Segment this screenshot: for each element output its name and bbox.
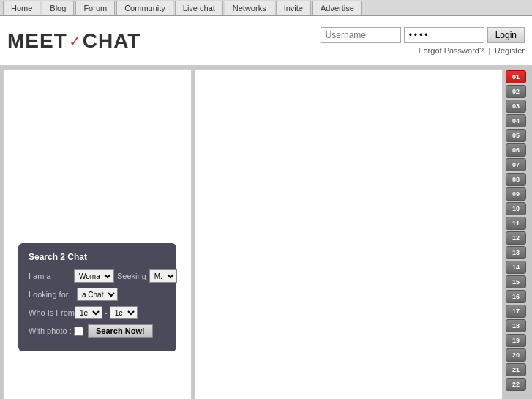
i-am-a-select[interactable]: Woma (74, 269, 114, 283)
login-area: Login Forgot Password? | Register (321, 27, 525, 55)
num-btn-18[interactable]: 18 (506, 319, 526, 332)
search-now-button[interactable]: Search Now! (88, 324, 153, 338)
nav-tab-live-chat[interactable]: Live chat (175, 1, 223, 15)
age-to-select[interactable]: 1e (110, 306, 138, 319)
logo-meet: MEET (7, 29, 67, 53)
nav-tab-advertise[interactable]: Advertise (312, 1, 362, 15)
nav-tab-invite[interactable]: Invite (276, 1, 311, 15)
with-photo-checkbox[interactable] (74, 327, 83, 336)
num-btn-12[interactable]: 12 (506, 231, 526, 245)
middle-panel (195, 69, 503, 399)
num-btn-17[interactable]: 17 (506, 305, 526, 318)
logo-area: MEET ✓ CHAT (7, 29, 141, 53)
with-photo-row: With photo : Search Now! (29, 324, 166, 338)
num-btn-07[interactable]: 07 (506, 158, 526, 171)
nav-tab-community[interactable]: Community (116, 1, 173, 15)
num-btn-19[interactable]: 19 (506, 334, 526, 347)
num-btn-01[interactable]: 01 (506, 70, 526, 83)
num-btn-09[interactable]: 09 (506, 187, 526, 201)
login-row: Login (321, 27, 525, 43)
search-title: Search 2 Chat (29, 252, 166, 262)
num-btn-14[interactable]: 14 (506, 261, 526, 274)
nav-tab-networks[interactable]: Networks (225, 1, 274, 15)
with-photo-label: With photo : (29, 327, 74, 335)
forgot-password-link[interactable]: Forgot Password? (419, 46, 484, 55)
num-btn-22[interactable]: 22 (506, 378, 526, 391)
right-panel: 0102030405060708091011121314151617181920… (506, 69, 529, 399)
seeking-label: Seeking (117, 272, 146, 280)
who-is-from-row: Who Is From 1e - 1e (29, 306, 166, 319)
login-button[interactable]: Login (487, 27, 525, 43)
num-btn-08[interactable]: 08 (506, 173, 526, 186)
nav-tab-forum[interactable]: Forum (75, 1, 115, 15)
num-btn-10[interactable]: 10 (506, 202, 526, 215)
num-btn-15[interactable]: 15 (506, 275, 526, 288)
register-link[interactable]: Register (495, 46, 525, 55)
nav-tabs-container: HomeBlogForumCommunityLive chatNetworksI… (3, 1, 364, 15)
i-am-a-row: I am a Woma Seeking M. (29, 269, 166, 283)
looking-for-select[interactable]: a Chat (77, 288, 118, 301)
separator: | (488, 46, 492, 55)
num-btn-04[interactable]: 04 (506, 114, 526, 127)
num-btn-11[interactable]: 11 (506, 217, 526, 230)
password-input[interactable] (404, 27, 484, 43)
header: MEET ✓ CHAT Login Forgot Password? | Reg… (0, 16, 532, 66)
looking-for-row: Looking for a Chat (29, 288, 166, 301)
nav-tab-blog[interactable]: Blog (42, 1, 74, 15)
logo-bird-icon: ✓ (69, 32, 81, 50)
search-box: Search 2 Chat I am a Woma Seeking M. Loo… (18, 243, 176, 351)
left-panel: Search 2 Chat I am a Woma Seeking M. Loo… (3, 69, 192, 399)
num-btn-20[interactable]: 20 (506, 348, 526, 362)
num-btn-13[interactable]: 13 (506, 246, 526, 259)
num-btn-06[interactable]: 06 (506, 143, 526, 157)
logo-chat: CHAT (83, 29, 141, 53)
i-am-a-label: I am a (29, 272, 74, 280)
nav-tab-home[interactable]: Home (3, 1, 40, 15)
forgot-row: Forgot Password? | Register (419, 46, 525, 55)
who-is-from-label: Who Is From (29, 308, 75, 317)
top-nav: HomeBlogForumCommunityLive chatNetworksI… (0, 0, 532, 16)
num-btn-03[interactable]: 03 (506, 100, 526, 113)
username-input[interactable] (321, 27, 401, 43)
num-btn-05[interactable]: 05 (506, 129, 526, 142)
num-btn-21[interactable]: 21 (506, 363, 526, 376)
num-btn-16[interactable]: 16 (506, 290, 526, 303)
num-btn-02[interactable]: 02 (506, 85, 526, 98)
seeking-select[interactable]: M. (149, 269, 177, 283)
age-from-select[interactable]: 1e (75, 306, 102, 319)
main-content: Search 2 Chat I am a Woma Seeking M. Loo… (0, 66, 532, 399)
looking-for-label: Looking for (29, 290, 74, 299)
